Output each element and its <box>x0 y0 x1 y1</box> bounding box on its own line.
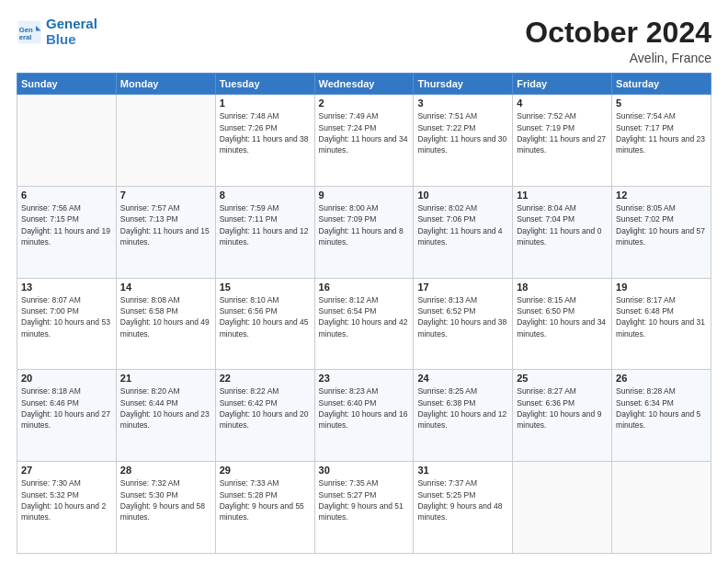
table-row: 12Sunrise: 8:05 AMSunset: 7:02 PMDayligh… <box>612 186 711 278</box>
logo-line1: General <box>46 16 97 31</box>
day-number: 29 <box>220 465 311 476</box>
day-number: 7 <box>120 190 211 201</box>
day-number: 28 <box>120 465 211 476</box>
day-info: Sunrise: 7:56 AMSunset: 7:15 PMDaylight:… <box>21 202 112 247</box>
table-row: 25Sunrise: 8:27 AMSunset: 6:36 PMDayligh… <box>513 370 612 462</box>
table-row: 24Sunrise: 8:25 AMSunset: 6:38 PMDayligh… <box>414 370 513 462</box>
day-number: 13 <box>21 282 112 293</box>
day-number: 24 <box>417 373 508 384</box>
svg-text:eral: eral <box>19 33 32 41</box>
table-row: 21Sunrise: 8:20 AMSunset: 6:44 PMDayligh… <box>116 370 215 462</box>
day-info: Sunrise: 7:52 AMSunset: 7:19 PMDaylight:… <box>517 110 608 155</box>
day-info: Sunrise: 8:20 AMSunset: 6:44 PMDaylight:… <box>120 385 211 431</box>
location: Avelin, France <box>525 51 711 65</box>
logo-text: General Blue <box>46 17 97 47</box>
day-number: 2 <box>319 98 410 109</box>
day-number: 26 <box>616 373 707 384</box>
day-number: 23 <box>319 373 410 384</box>
table-row: 15Sunrise: 8:10 AMSunset: 6:56 PMDayligh… <box>215 278 314 370</box>
day-info: Sunrise: 7:32 AMSunset: 5:30 PMDaylight:… <box>120 477 211 523</box>
day-number: 22 <box>220 373 311 384</box>
day-info: Sunrise: 8:28 AMSunset: 6:34 PMDaylight:… <box>616 385 707 431</box>
day-number: 21 <box>120 373 211 384</box>
table-row: 17Sunrise: 8:13 AMSunset: 6:52 PMDayligh… <box>414 278 513 370</box>
title-block: October 2024 Avelin, France <box>525 17 711 65</box>
header: Gen eral General Blue October 2024 Aveli… <box>17 17 711 65</box>
table-row <box>612 462 711 554</box>
table-row: 19Sunrise: 8:17 AMSunset: 6:48 PMDayligh… <box>612 278 711 370</box>
day-number: 11 <box>517 190 608 201</box>
week-row-1: 1Sunrise: 7:48 AMSunset: 7:26 PMDaylight… <box>17 95 711 187</box>
table-row: 11Sunrise: 8:04 AMSunset: 7:04 PMDayligh… <box>513 186 612 278</box>
logo: Gen eral General Blue <box>17 17 97 47</box>
day-number: 9 <box>319 190 410 201</box>
day-info: Sunrise: 8:08 AMSunset: 6:58 PMDaylight:… <box>120 294 211 339</box>
month-title: October 2024 <box>525 17 711 49</box>
table-row: 26Sunrise: 8:28 AMSunset: 6:34 PMDayligh… <box>612 370 711 462</box>
table-row: 6Sunrise: 7:56 AMSunset: 7:15 PMDaylight… <box>17 186 117 278</box>
day-info: Sunrise: 8:00 AMSunset: 7:09 PMDaylight:… <box>319 202 410 247</box>
table-row: 16Sunrise: 8:12 AMSunset: 6:54 PMDayligh… <box>314 278 414 370</box>
table-row: 30Sunrise: 7:35 AMSunset: 5:27 PMDayligh… <box>314 462 414 554</box>
logo-line2: Blue <box>46 31 76 47</box>
svg-text:Gen: Gen <box>19 26 33 34</box>
week-row-5: 27Sunrise: 7:30 AMSunset: 5:32 PMDayligh… <box>17 462 711 554</box>
day-info: Sunrise: 7:35 AMSunset: 5:27 PMDaylight:… <box>319 477 410 523</box>
day-info: Sunrise: 7:48 AMSunset: 7:26 PMDaylight:… <box>220 110 311 155</box>
week-row-4: 20Sunrise: 8:18 AMSunset: 6:46 PMDayligh… <box>17 370 711 462</box>
calendar-table: Sunday Monday Tuesday Wednesday Thursday… <box>17 73 711 554</box>
table-row: 5Sunrise: 7:54 AMSunset: 7:17 PMDaylight… <box>612 95 711 187</box>
table-row: 18Sunrise: 8:15 AMSunset: 6:50 PMDayligh… <box>513 278 612 370</box>
day-number: 25 <box>517 373 608 384</box>
table-row: 28Sunrise: 7:32 AMSunset: 5:30 PMDayligh… <box>116 462 215 554</box>
table-row: 10Sunrise: 8:02 AMSunset: 7:06 PMDayligh… <box>414 186 513 278</box>
table-row: 23Sunrise: 8:23 AMSunset: 6:40 PMDayligh… <box>314 370 414 462</box>
day-info: Sunrise: 8:23 AMSunset: 6:40 PMDaylight:… <box>319 385 410 431</box>
day-info: Sunrise: 7:37 AMSunset: 5:25 PMDaylight:… <box>417 477 508 523</box>
table-row: 3Sunrise: 7:51 AMSunset: 7:22 PMDaylight… <box>414 95 513 187</box>
table-row: 8Sunrise: 7:59 AMSunset: 7:11 PMDaylight… <box>215 186 314 278</box>
day-number: 18 <box>517 282 608 293</box>
day-info: Sunrise: 8:10 AMSunset: 6:56 PMDaylight:… <box>220 294 311 339</box>
header-sunday: Sunday <box>17 74 117 95</box>
day-info: Sunrise: 8:05 AMSunset: 7:02 PMDaylight:… <box>616 202 707 247</box>
day-number: 17 <box>417 282 508 293</box>
day-info: Sunrise: 8:13 AMSunset: 6:52 PMDaylight:… <box>417 294 508 339</box>
table-row: 14Sunrise: 8:08 AMSunset: 6:58 PMDayligh… <box>116 278 215 370</box>
table-row: 4Sunrise: 7:52 AMSunset: 7:19 PMDaylight… <box>513 95 612 187</box>
day-info: Sunrise: 8:17 AMSunset: 6:48 PMDaylight:… <box>616 294 707 339</box>
day-info: Sunrise: 8:18 AMSunset: 6:46 PMDaylight:… <box>21 385 112 431</box>
day-info: Sunrise: 8:07 AMSunset: 7:00 PMDaylight:… <box>21 294 112 339</box>
page: Gen eral General Blue October 2024 Aveli… <box>0 0 728 563</box>
logo-icon: Gen eral <box>17 19 42 45</box>
day-number: 1 <box>220 98 311 109</box>
day-info: Sunrise: 7:51 AMSunset: 7:22 PMDaylight:… <box>417 110 508 155</box>
table-row: 13Sunrise: 8:07 AMSunset: 7:00 PMDayligh… <box>17 278 117 370</box>
day-info: Sunrise: 8:15 AMSunset: 6:50 PMDaylight:… <box>517 294 608 339</box>
day-number: 16 <box>319 282 410 293</box>
day-number: 27 <box>21 465 112 476</box>
header-monday: Monday <box>116 74 215 95</box>
table-row: 29Sunrise: 7:33 AMSunset: 5:28 PMDayligh… <box>215 462 314 554</box>
day-info: Sunrise: 8:25 AMSunset: 6:38 PMDaylight:… <box>417 385 508 431</box>
day-number: 4 <box>517 98 608 109</box>
day-number: 31 <box>417 465 508 476</box>
table-row: 7Sunrise: 7:57 AMSunset: 7:13 PMDaylight… <box>116 186 215 278</box>
day-info: Sunrise: 8:04 AMSunset: 7:04 PMDaylight:… <box>517 202 608 247</box>
day-info: Sunrise: 7:59 AMSunset: 7:11 PMDaylight:… <box>220 202 311 247</box>
day-number: 15 <box>220 282 311 293</box>
table-row <box>17 95 117 187</box>
table-row <box>513 462 612 554</box>
table-row: 2Sunrise: 7:49 AMSunset: 7:24 PMDaylight… <box>314 95 414 187</box>
header-friday: Friday <box>513 74 612 95</box>
day-number: 20 <box>21 373 112 384</box>
table-row: 22Sunrise: 8:22 AMSunset: 6:42 PMDayligh… <box>215 370 314 462</box>
day-info: Sunrise: 8:22 AMSunset: 6:42 PMDaylight:… <box>220 385 311 431</box>
table-row <box>116 95 215 187</box>
day-info: Sunrise: 8:02 AMSunset: 7:06 PMDaylight:… <box>417 202 508 247</box>
week-row-3: 13Sunrise: 8:07 AMSunset: 7:00 PMDayligh… <box>17 278 711 370</box>
day-info: Sunrise: 7:54 AMSunset: 7:17 PMDaylight:… <box>616 110 707 155</box>
header-tuesday: Tuesday <box>215 74 314 95</box>
day-number: 8 <box>220 190 311 201</box>
table-row: 27Sunrise: 7:30 AMSunset: 5:32 PMDayligh… <box>17 462 117 554</box>
